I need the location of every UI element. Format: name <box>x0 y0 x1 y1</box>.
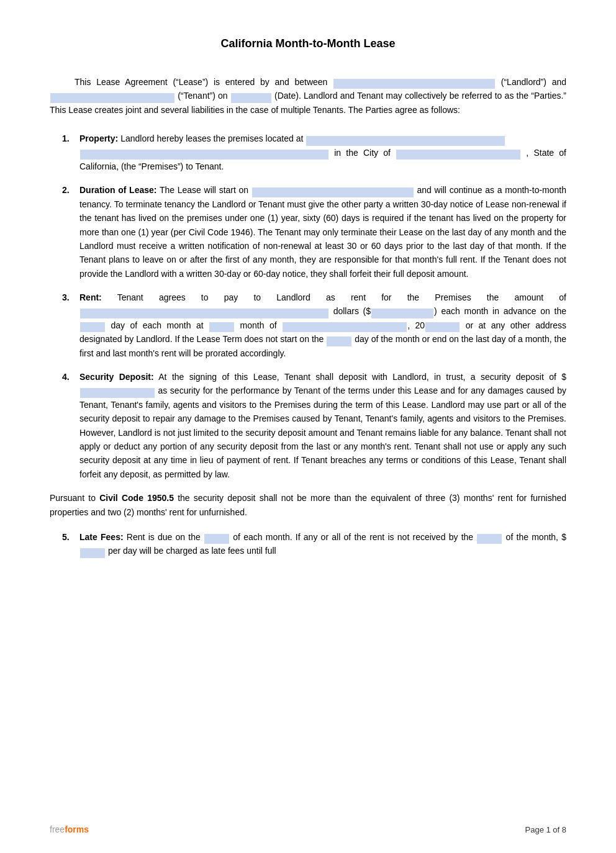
numbered-list: 1. Property: Landlord hereby leases the … <box>62 132 566 481</box>
footer: freeforms Page 1 of 8 <box>50 824 566 834</box>
rent-amount-words-blank[interactable] <box>80 309 328 318</box>
property-text2: in the City of <box>334 148 391 158</box>
rent-year-blank[interactable] <box>425 322 460 332</box>
document-title: California Month-to-Month Lease <box>50 37 566 50</box>
security-deposit-amount-blank[interactable] <box>80 388 155 398</box>
item-label-4: Security Deposit: <box>79 372 154 382</box>
item-rent: 3. Rent: Tenant agrees to pay to Landlor… <box>62 291 566 360</box>
item-content-2: Duration of Lease: The Lease will start … <box>79 183 566 281</box>
intro-text2: (“Landlord”) and <box>501 77 566 87</box>
property-text1: Landlord hereby leases the premises loca… <box>120 133 303 143</box>
rent-address-blank[interactable] <box>283 322 407 332</box>
rent-day-blank[interactable] <box>80 322 105 332</box>
intro-paragraph: This Lease Agreement (“Lease”) is entere… <box>50 75 566 117</box>
tenant-name-blank[interactable] <box>50 93 174 103</box>
item-label-3: Rent: <box>79 292 102 302</box>
date-blank[interactable] <box>231 93 271 103</box>
duration-text: The Lease will start on and will continu… <box>79 185 566 278</box>
late-fees-text: Rent is due on the of each month. If any… <box>79 532 566 556</box>
landlord-name-blank[interactable] <box>333 79 495 89</box>
item-duration: 2. Duration of Lease: The Lease will sta… <box>62 183 566 281</box>
rent-text: Tenant agrees to pay to Landlord as rent… <box>79 292 566 358</box>
start-date-blank[interactable] <box>252 187 414 197</box>
item-number-3: 3. <box>62 291 75 360</box>
property-address-blank2[interactable] <box>80 150 328 160</box>
item-number-5: 5. <box>62 530 75 558</box>
numbered-list-2: 5. Late Fees: Rent is due on the of each… <box>62 530 566 558</box>
due-day-blank[interactable] <box>204 534 229 544</box>
rent-month-blank[interactable] <box>209 322 234 332</box>
item-property: 1. Property: Landlord hereby leases the … <box>62 132 566 173</box>
item-late-fees: 5. Late Fees: Rent is due on the of each… <box>62 530 566 558</box>
item-label-1: Property: <box>79 133 118 143</box>
civil-code-bold: Civil Code 1950.5 <box>99 493 174 503</box>
item-number-4: 4. <box>62 370 75 481</box>
brand-forms: forms <box>65 824 89 834</box>
intro-text1: This Lease Agreement (“Lease”) is entere… <box>75 77 327 87</box>
item-number-1: 1. <box>62 132 75 173</box>
item-content-4: Security Deposit: At the signing of this… <box>79 370 566 481</box>
item-content-3: Rent: Tenant agrees to pay to Landlord a… <box>79 291 566 360</box>
late-fee-amount-blank[interactable] <box>80 548 105 558</box>
brand-free: free <box>50 824 65 834</box>
city-blank[interactable] <box>396 150 520 160</box>
intro-text3: (“Tenant”) on <box>178 91 227 101</box>
security-deposit-text: At the signing of this Lease, Tenant sha… <box>79 372 566 479</box>
item-security-deposit: 4. Security Deposit: At the signing of t… <box>62 370 566 481</box>
rent-start-day-blank[interactable] <box>327 336 351 346</box>
footer-brand: freeforms <box>50 824 89 834</box>
received-day-blank[interactable] <box>477 534 502 544</box>
item-label-5: Late Fees: <box>79 532 124 542</box>
item-content-1: Property: Landlord hereby leases the pre… <box>79 132 566 173</box>
rent-amount-num-blank[interactable] <box>371 309 433 318</box>
item-label-2: Duration of Lease: <box>79 185 156 195</box>
civil-code-paragraph: Pursuant to Civil Code 1950.5 Pursuant t… <box>50 491 566 519</box>
item-number-2: 2. <box>62 183 75 281</box>
footer-page-number: Page 1 of 8 <box>525 825 567 834</box>
property-address-blank1[interactable] <box>306 136 505 146</box>
item-content-5: Late Fees: Rent is due on the of each mo… <box>79 530 566 558</box>
document-page: California Month-to-Month Lease This Lea… <box>0 0 616 853</box>
